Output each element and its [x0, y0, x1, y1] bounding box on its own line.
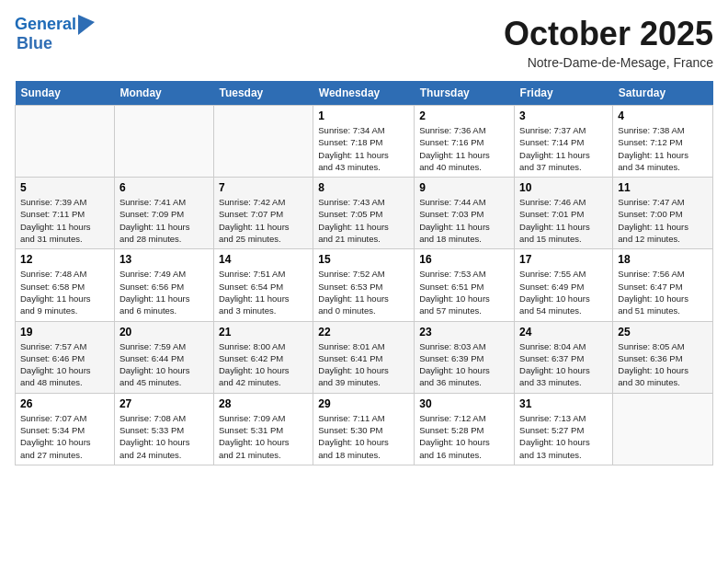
day-number: 4	[618, 109, 708, 122]
day-info: Sunrise: 7:42 AM Sunset: 7:07 PM Dayligh…	[219, 196, 308, 245]
day-cell: 24Sunrise: 8:04 AM Sunset: 6:37 PM Dayli…	[515, 321, 613, 393]
day-cell: 30Sunrise: 7:12 AM Sunset: 5:28 PM Dayli…	[415, 393, 515, 465]
day-number: 19	[20, 326, 109, 339]
day-number: 21	[219, 326, 308, 339]
day-number: 29	[318, 397, 409, 410]
day-cell: 14Sunrise: 7:51 AM Sunset: 6:54 PM Dayli…	[213, 249, 313, 321]
week-row-3: 12Sunrise: 7:48 AM Sunset: 6:58 PM Dayli…	[16, 249, 713, 321]
day-number: 31	[519, 397, 608, 410]
day-cell: 5Sunrise: 7:39 AM Sunset: 7:11 PM Daylig…	[16, 178, 115, 249]
day-cell: 25Sunrise: 8:05 AM Sunset: 6:36 PM Dayli…	[613, 321, 713, 393]
day-info: Sunrise: 7:39 AM Sunset: 7:11 PM Dayligh…	[20, 196, 109, 245]
week-row-4: 19Sunrise: 7:57 AM Sunset: 6:46 PM Dayli…	[16, 321, 713, 393]
day-cell: 7Sunrise: 7:42 AM Sunset: 7:07 PM Daylig…	[213, 178, 313, 249]
day-number: 10	[519, 181, 608, 194]
day-cell	[16, 106, 115, 178]
day-number: 28	[219, 397, 308, 410]
day-header-monday: Monday	[114, 81, 213, 106]
day-cell	[114, 106, 213, 178]
day-number: 8	[318, 181, 409, 194]
day-number: 9	[419, 181, 509, 194]
location: Notre-Dame-de-Mesage, France	[504, 55, 713, 70]
day-cell	[613, 393, 713, 465]
day-info: Sunrise: 7:36 AM Sunset: 7:16 PM Dayligh…	[419, 124, 509, 173]
day-info: Sunrise: 7:37 AM Sunset: 7:14 PM Dayligh…	[519, 124, 608, 173]
day-number: 25	[618, 326, 708, 339]
day-number: 2	[419, 109, 509, 122]
day-info: Sunrise: 7:07 AM Sunset: 5:34 PM Dayligh…	[20, 412, 109, 461]
week-row-5: 26Sunrise: 7:07 AM Sunset: 5:34 PM Dayli…	[16, 393, 713, 465]
day-info: Sunrise: 7:52 AM Sunset: 6:53 PM Dayligh…	[318, 268, 409, 316]
day-header-sunday: Sunday	[16, 81, 115, 106]
day-header-wednesday: Wednesday	[313, 81, 415, 106]
day-cell: 10Sunrise: 7:46 AM Sunset: 7:01 PM Dayli…	[515, 178, 613, 249]
day-cell: 17Sunrise: 7:55 AM Sunset: 6:49 PM Dayli…	[515, 249, 613, 321]
day-cell: 13Sunrise: 7:49 AM Sunset: 6:56 PM Dayli…	[114, 249, 213, 321]
day-info: Sunrise: 8:05 AM Sunset: 6:36 PM Dayligh…	[618, 340, 708, 389]
day-cell: 26Sunrise: 7:07 AM Sunset: 5:34 PM Dayli…	[16, 393, 115, 465]
day-number: 20	[119, 326, 209, 339]
day-info: Sunrise: 7:34 AM Sunset: 7:18 PM Dayligh…	[318, 124, 409, 173]
day-cell: 3Sunrise: 7:37 AM Sunset: 7:14 PM Daylig…	[515, 106, 613, 178]
day-cell: 1Sunrise: 7:34 AM Sunset: 7:18 PM Daylig…	[313, 106, 415, 178]
day-info: Sunrise: 7:13 AM Sunset: 5:27 PM Dayligh…	[519, 412, 608, 461]
page-header: General Blue October 2025 Notre-Dame-de-…	[15, 15, 713, 70]
day-cell: 22Sunrise: 8:01 AM Sunset: 6:41 PM Dayli…	[313, 321, 415, 393]
day-info: Sunrise: 7:43 AM Sunset: 7:05 PM Dayligh…	[318, 196, 409, 245]
day-cell: 29Sunrise: 7:11 AM Sunset: 5:30 PM Dayli…	[313, 393, 415, 465]
day-cell	[213, 106, 313, 178]
day-number: 3	[519, 109, 608, 122]
day-info: Sunrise: 7:11 AM Sunset: 5:30 PM Dayligh…	[318, 412, 409, 461]
day-info: Sunrise: 8:00 AM Sunset: 6:42 PM Dayligh…	[219, 340, 308, 389]
day-info: Sunrise: 7:48 AM Sunset: 6:58 PM Dayligh…	[20, 268, 109, 316]
logo-icon	[78, 15, 95, 35]
day-number: 24	[519, 326, 608, 339]
day-number: 13	[119, 253, 209, 266]
day-header-thursday: Thursday	[415, 81, 515, 106]
day-number: 23	[419, 326, 509, 339]
logo-blue: Blue	[17, 35, 52, 53]
day-info: Sunrise: 7:47 AM Sunset: 7:00 PM Dayligh…	[618, 196, 708, 245]
day-cell: 11Sunrise: 7:47 AM Sunset: 7:00 PM Dayli…	[613, 178, 713, 249]
day-number: 14	[219, 253, 308, 266]
day-cell: 18Sunrise: 7:56 AM Sunset: 6:47 PM Dayli…	[613, 249, 713, 321]
day-number: 27	[119, 397, 209, 410]
day-cell: 27Sunrise: 7:08 AM Sunset: 5:33 PM Dayli…	[114, 393, 213, 465]
week-row-2: 5Sunrise: 7:39 AM Sunset: 7:11 PM Daylig…	[16, 178, 713, 249]
day-number: 30	[419, 397, 509, 410]
logo: General Blue	[15, 15, 95, 53]
calendar-table: SundayMondayTuesdayWednesdayThursdayFrid…	[15, 81, 713, 465]
day-cell: 28Sunrise: 7:09 AM Sunset: 5:31 PM Dayli…	[213, 393, 313, 465]
day-number: 6	[119, 181, 209, 194]
day-number: 16	[419, 253, 509, 266]
day-info: Sunrise: 7:55 AM Sunset: 6:49 PM Dayligh…	[519, 268, 608, 316]
day-number: 12	[20, 253, 109, 266]
day-info: Sunrise: 7:38 AM Sunset: 7:12 PM Dayligh…	[618, 124, 708, 173]
day-cell: 9Sunrise: 7:44 AM Sunset: 7:03 PM Daylig…	[415, 178, 515, 249]
day-cell: 19Sunrise: 7:57 AM Sunset: 6:46 PM Dayli…	[16, 321, 115, 393]
day-number: 1	[318, 109, 409, 122]
day-info: Sunrise: 8:03 AM Sunset: 6:39 PM Dayligh…	[419, 340, 509, 389]
day-info: Sunrise: 7:46 AM Sunset: 7:01 PM Dayligh…	[519, 196, 608, 245]
day-cell: 21Sunrise: 8:00 AM Sunset: 6:42 PM Dayli…	[213, 321, 313, 393]
day-info: Sunrise: 7:57 AM Sunset: 6:46 PM Dayligh…	[20, 340, 109, 389]
logo-text: General	[15, 16, 76, 34]
day-info: Sunrise: 7:41 AM Sunset: 7:09 PM Dayligh…	[119, 196, 209, 245]
day-info: Sunrise: 7:09 AM Sunset: 5:31 PM Dayligh…	[219, 412, 308, 461]
day-number: 17	[519, 253, 608, 266]
day-number: 26	[20, 397, 109, 410]
header-row: SundayMondayTuesdayWednesdayThursdayFrid…	[16, 81, 713, 106]
day-info: Sunrise: 7:44 AM Sunset: 7:03 PM Dayligh…	[419, 196, 509, 245]
day-cell: 8Sunrise: 7:43 AM Sunset: 7:05 PM Daylig…	[313, 178, 415, 249]
day-header-saturday: Saturday	[613, 81, 713, 106]
day-number: 18	[618, 253, 708, 266]
day-info: Sunrise: 8:04 AM Sunset: 6:37 PM Dayligh…	[519, 340, 608, 389]
day-header-tuesday: Tuesday	[213, 81, 313, 106]
day-number: 5	[20, 181, 109, 194]
day-info: Sunrise: 7:56 AM Sunset: 6:47 PM Dayligh…	[618, 268, 708, 316]
day-cell: 20Sunrise: 7:59 AM Sunset: 6:44 PM Dayli…	[114, 321, 213, 393]
day-number: 7	[219, 181, 308, 194]
week-row-1: 1Sunrise: 7:34 AM Sunset: 7:18 PM Daylig…	[16, 106, 713, 178]
month-title: October 2025	[504, 15, 713, 53]
day-cell: 2Sunrise: 7:36 AM Sunset: 7:16 PM Daylig…	[415, 106, 515, 178]
